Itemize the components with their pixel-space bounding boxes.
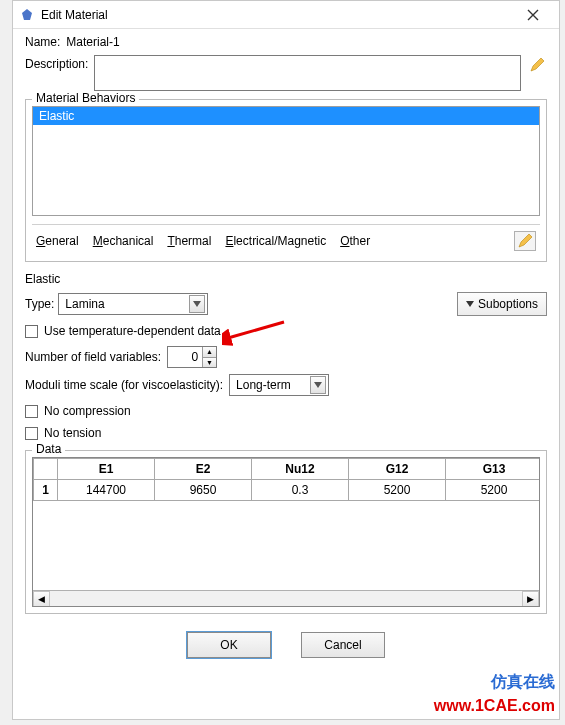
- no-compression-label: No compression: [44, 404, 131, 418]
- cell-g12[interactable]: 5200: [349, 480, 446, 501]
- spinner-down-icon[interactable]: ▼: [202, 357, 216, 368]
- scroll-right-icon[interactable]: ▶: [522, 591, 539, 607]
- field-vars-spinner[interactable]: ▲ ▼: [167, 346, 217, 368]
- app-icon: [19, 7, 35, 23]
- description-row: Description:: [25, 55, 547, 91]
- menu-other[interactable]: Other: [340, 234, 370, 248]
- description-label: Description:: [25, 55, 88, 71]
- col-nu12: Nu12: [252, 459, 349, 480]
- scroll-left-icon[interactable]: ◀: [33, 591, 50, 607]
- no-tension-checkbox[interactable]: [25, 427, 38, 440]
- no-tension-label: No tension: [44, 426, 101, 440]
- spinner-up-icon[interactable]: ▲: [202, 347, 216, 357]
- watermark-url: www.1CAE.com: [434, 697, 555, 715]
- no-compression-checkbox[interactable]: [25, 405, 38, 418]
- menu-general[interactable]: General: [36, 234, 79, 248]
- data-table-container: E1 E2 Nu12 G12 G13 1 144700 9650 0.3 520…: [32, 457, 540, 607]
- description-input[interactable]: [94, 55, 521, 91]
- menu-mechanical[interactable]: Mechanical: [93, 234, 154, 248]
- name-row: Name: Material-1: [25, 35, 547, 49]
- watermark-brand: 仿真在线: [491, 672, 555, 693]
- data-group: Data E1 E2 Nu12 G12 G13 1: [25, 450, 547, 614]
- moduli-scale-label: Moduli time scale (for viscoelasticity):: [25, 378, 223, 392]
- col-e2: E2: [155, 459, 252, 480]
- field-vars-value[interactable]: [168, 347, 202, 367]
- horizontal-scrollbar[interactable]: ◀ ▶: [33, 590, 539, 607]
- window-title: Edit Material: [41, 8, 513, 22]
- cell-g13[interactable]: 5200: [446, 480, 540, 501]
- type-select[interactable]: Lamina: [58, 293, 208, 315]
- chevron-down-icon: [189, 295, 205, 313]
- moduli-scale-select[interactable]: Long-term: [229, 374, 329, 396]
- delete-behavior-button[interactable]: [514, 231, 536, 251]
- suboptions-button[interactable]: Suboptions: [457, 292, 547, 316]
- table-header-row: E1 E2 Nu12 G12 G13: [34, 459, 540, 480]
- col-g12: G12: [349, 459, 446, 480]
- material-behaviors-label: Material Behaviors: [32, 91, 139, 105]
- titlebar: Edit Material: [13, 1, 559, 29]
- ok-button[interactable]: OK: [187, 632, 271, 658]
- material-behaviors-group: Material Behaviors Elastic General Mecha…: [25, 99, 547, 262]
- cancel-button[interactable]: Cancel: [301, 632, 385, 658]
- behavior-menu: General Mechanical Thermal Electrical/Ma…: [32, 224, 540, 253]
- temp-dependent-checkbox[interactable]: [25, 325, 38, 338]
- button-bar: OK Cancel: [25, 632, 547, 658]
- row-header-blank: [34, 459, 58, 480]
- cell-e1[interactable]: 144700: [58, 480, 155, 501]
- cell-e2[interactable]: 9650: [155, 480, 252, 501]
- close-button[interactable]: [513, 1, 553, 29]
- cell-nu12[interactable]: 0.3: [252, 480, 349, 501]
- row-index: 1: [34, 480, 58, 501]
- menu-thermal[interactable]: Thermal: [167, 234, 211, 248]
- table-row[interactable]: 1 144700 9650 0.3 5200 5200: [34, 480, 540, 501]
- elastic-section-label: Elastic: [25, 272, 547, 286]
- type-value: Lamina: [65, 297, 185, 311]
- svg-marker-0: [22, 9, 32, 20]
- type-label: Type:: [25, 297, 54, 311]
- temp-dependent-label: Use temperature-dependent data: [44, 324, 221, 338]
- scroll-track[interactable]: [50, 591, 522, 607]
- material-behaviors-list[interactable]: Elastic: [32, 106, 540, 216]
- name-value: Material-1: [66, 35, 119, 49]
- chevron-down-icon: [310, 376, 326, 394]
- suboptions-label: Suboptions: [478, 297, 538, 311]
- field-vars-label: Number of field variables:: [25, 350, 161, 364]
- data-table[interactable]: E1 E2 Nu12 G12 G13 1 144700 9650 0.3 520…: [33, 458, 539, 501]
- moduli-scale-value: Long-term: [236, 378, 306, 392]
- edit-material-dialog: Edit Material Name: Material-1 Descripti…: [12, 0, 560, 720]
- name-label: Name:: [25, 35, 60, 49]
- caret-down-icon: [466, 301, 474, 307]
- behavior-item-elastic[interactable]: Elastic: [33, 107, 539, 125]
- col-g13: G13: [446, 459, 540, 480]
- edit-description-button[interactable]: [527, 55, 547, 75]
- data-group-label: Data: [32, 442, 65, 456]
- col-e1: E1: [58, 459, 155, 480]
- menu-electrical[interactable]: Electrical/Magnetic: [225, 234, 326, 248]
